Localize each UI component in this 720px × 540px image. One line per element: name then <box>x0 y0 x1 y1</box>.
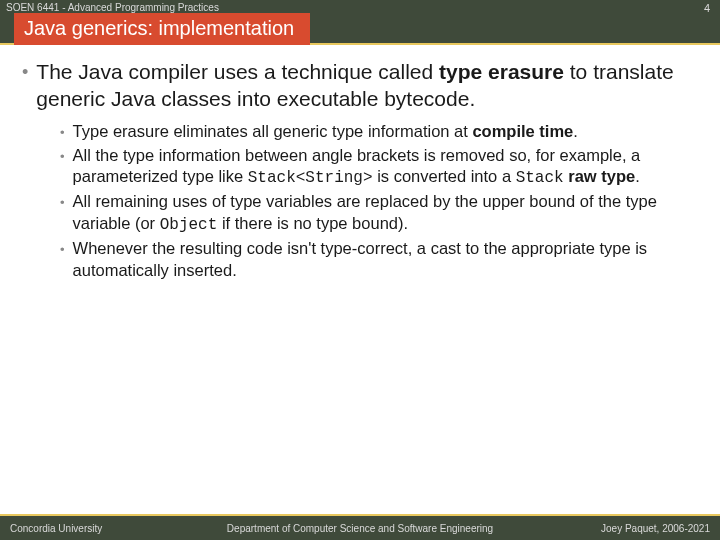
text-fragment: . <box>573 122 578 140</box>
text-fragment: Type erasure eliminates all generic type… <box>73 122 473 140</box>
text-fragment: . <box>635 167 640 185</box>
main-bullet: • The Java compiler uses a technique cal… <box>22 59 698 113</box>
footer-bar: Concordia University Department of Compu… <box>0 514 720 540</box>
sub-bullet: • All remaining uses of type variables a… <box>60 191 698 236</box>
text-bold: type erasure <box>439 60 564 83</box>
sub-list: • Type erasure eliminates all generic ty… <box>60 121 698 282</box>
bullet-icon: • <box>60 126 65 139</box>
code-text: Object <box>160 216 218 234</box>
page-number: 4 <box>704 2 710 14</box>
bullet-icon: • <box>60 243 65 256</box>
main-bullet-text: The Java compiler uses a technique calle… <box>36 59 698 113</box>
sub-bullet: • Type erasure eliminates all generic ty… <box>60 121 698 143</box>
sub-bullet-text: Type erasure eliminates all generic type… <box>73 121 578 143</box>
code-text: Stack <box>516 169 564 187</box>
bullet-icon: • <box>60 150 65 163</box>
bullet-icon: • <box>22 63 28 81</box>
header-bar: SOEN 6441 - Advanced Programming Practic… <box>0 0 720 45</box>
slide-title: Java generics: implementation <box>14 13 310 45</box>
text-fragment: The Java compiler uses a technique calle… <box>36 60 439 83</box>
sub-bullet-text: Whenever the resulting code isn't type-c… <box>73 238 698 282</box>
footer-center: Department of Computer Science and Softw… <box>227 523 493 534</box>
code-text: Stack<String> <box>248 169 373 187</box>
sub-bullet: • All the type information between angle… <box>60 145 698 190</box>
text-fragment: if there is no type bound). <box>217 214 408 232</box>
text-fragment: is converted into a <box>373 167 516 185</box>
content-area: • The Java compiler uses a technique cal… <box>0 45 720 282</box>
sub-bullet-text: All the type information between angle b… <box>73 145 698 190</box>
text-bold: compile time <box>472 122 573 140</box>
text-bold: raw type <box>564 167 636 185</box>
bullet-icon: • <box>60 196 65 209</box>
course-label: SOEN 6441 - Advanced Programming Practic… <box>6 2 219 13</box>
sub-bullet-text: All remaining uses of type variables are… <box>73 191 698 236</box>
sub-bullet: • Whenever the resulting code isn't type… <box>60 238 698 282</box>
footer-left: Concordia University <box>10 523 102 534</box>
footer-right: Joey Paquet, 2006-2021 <box>601 523 710 534</box>
